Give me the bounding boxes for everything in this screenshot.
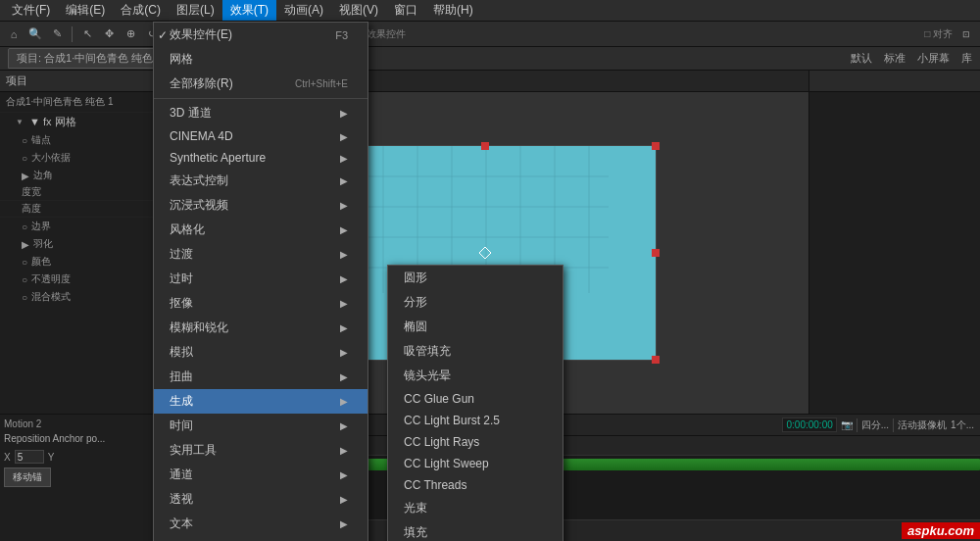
tab-default[interactable]: 默认	[851, 51, 872, 66]
feather-icon: ▶	[22, 239, 29, 250]
menu-remove-all[interactable]: 全部移除(R) Ctrl+Shift+E	[154, 72, 368, 96]
prop-color: ○ 颜色	[0, 253, 161, 270]
menu-help[interactable]: 帮助(H)	[425, 0, 481, 21]
text-label: 文本	[170, 516, 193, 532]
fill-label: 填充	[404, 524, 427, 541]
tree-root[interactable]: ▼ ▼ fx 网格	[0, 113, 161, 131]
project-tab[interactable]: 项目: 合成1·中间色青色 纯色 1	[8, 48, 172, 69]
menu-anim[interactable]: 动画(A)	[276, 0, 331, 21]
camera-icon[interactable]: 📷	[841, 419, 853, 430]
breadcrumb: 合成1·中间色青色 纯色 1	[0, 92, 161, 113]
menu-cc-threads[interactable]: CC Threads	[388, 474, 563, 496]
menu-cc-light-sweep[interactable]: CC Light Sweep	[388, 453, 563, 474]
channel-label: 通道	[170, 467, 193, 483]
menu-immersive[interactable]: 沉浸式视频 ▶	[154, 193, 368, 218]
zoom-icon[interactable]: ⊕	[121, 25, 140, 44]
menu-ellipse[interactable]: 椭圆	[388, 315, 563, 339]
menu-beam[interactable]: 光束	[388, 496, 563, 520]
home-icon[interactable]: ⌂	[4, 25, 24, 44]
menu-fractal[interactable]: 分形	[388, 290, 563, 315]
search-icon[interactable]: 🔍	[25, 25, 45, 44]
tab-small-screen[interactable]: 小屏幕	[917, 51, 950, 66]
menu-key[interactable]: 抠像 ▶	[154, 291, 368, 316]
menu-transition[interactable]: 过渡 ▶	[154, 242, 368, 267]
generate-submenu-popup[interactable]: 圆形 分形 椭圆 吸管填充 镜头光晕 CC Glue Gun CC Light …	[387, 265, 564, 541]
menu-blur[interactable]: 模糊和锐化 ▶	[154, 316, 368, 340]
pen-icon[interactable]: ✎	[47, 25, 67, 44]
menu-perspective[interactable]: 透视 ▶	[154, 487, 368, 512]
menu-obsolete[interactable]: 过时 ▶	[154, 267, 368, 291]
menu-expr[interactable]: 表达式控制 ▶	[154, 169, 368, 193]
prop-width: 度宽	[0, 184, 161, 201]
menu-style[interactable]: 风格化 ▶	[154, 218, 368, 242]
menu-generate[interactable]: 生成 ▶	[154, 389, 368, 414]
cc-light-rays-label: CC Light Rays	[404, 435, 479, 449]
menu-grid-item[interactable]: 网格	[154, 47, 368, 72]
tab-library[interactable]: 库	[961, 51, 972, 66]
prop-blend: ○ 混合模式	[0, 288, 161, 306]
menu-effects[interactable]: 效果(T)	[222, 0, 276, 21]
select-icon[interactable]: ↖	[77, 25, 97, 44]
menu-channel[interactable]: 通道 ▶	[154, 463, 368, 487]
right-tabs: 默认 标准 小屏幕 库	[851, 51, 972, 66]
prop-blend-label: 混合模式	[31, 290, 71, 304]
prop-opacity-label: 不透明度	[31, 272, 71, 286]
prop-border: ○ 边界	[0, 218, 161, 235]
expr-arrow: ▶	[340, 175, 348, 186]
move-anchor-btn[interactable]: 移动锚	[4, 467, 51, 487]
menu-layer[interactable]: 图层(L)	[169, 0, 222, 21]
handle-mr[interactable]	[652, 249, 660, 257]
effects-menu-popup[interactable]: 效果控件(E) F3 网格 全部移除(R) Ctrl+Shift+E 3D 通道…	[153, 22, 368, 541]
synth-arrow: ▶	[340, 153, 348, 164]
menu-file[interactable]: 文件(F)	[4, 0, 58, 21]
c4d-label: CINEMA 4D	[170, 129, 233, 143]
fractal-label: 分形	[404, 294, 427, 311]
x-input[interactable]	[15, 450, 44, 464]
handle-tr[interactable]	[652, 142, 660, 150]
menu-sim[interactable]: 模拟 ▶	[154, 340, 368, 365]
menu-cc-light-burst[interactable]: CC Light Burst 2.5	[388, 410, 563, 431]
lens-flare-label: 镜头光晕	[404, 368, 451, 384]
eyedropper-label: 吸管填充	[404, 343, 451, 360]
generate-label: 生成	[170, 393, 193, 410]
project-label: 项目	[6, 74, 27, 88]
move-icon[interactable]: ✥	[99, 25, 119, 44]
menu-distort[interactable]: 扭曲 ▶	[154, 365, 368, 389]
menu-comp[interactable]: 合成(C)	[113, 0, 169, 21]
menu-window[interactable]: 窗口	[386, 0, 425, 21]
handle-mt[interactable]	[481, 142, 489, 150]
menu-effects-ctrl[interactable]: 效果控件(E) F3	[154, 23, 368, 47]
menu-circle[interactable]: 圆形	[388, 266, 563, 290]
timecode-display: 0:00:00:00	[782, 418, 836, 432]
menu-c4d[interactable]: CINEMA 4D ▶	[154, 125, 368, 147]
generate-arrow: ▶	[340, 396, 348, 407]
menu-fill[interactable]: 填充	[388, 520, 563, 541]
cc-light-burst-label: CC Light Burst 2.5	[404, 414, 500, 427]
menu-synth[interactable]: Synthetic Aperture ▶	[154, 147, 368, 169]
prop-opacity: ○ 不透明度	[0, 270, 161, 288]
menu-utility[interactable]: 实用工具 ▶	[154, 438, 368, 463]
xy-row: X Y	[4, 450, 157, 464]
menu-color[interactable]: 颜色校正 ▶	[154, 536, 368, 541]
menu-text[interactable]: 文本 ▶	[154, 512, 368, 536]
obsolete-arrow: ▶	[340, 273, 348, 284]
menu-3d[interactable]: 3D 通道 ▶	[154, 101, 368, 125]
transform-icon[interactable]: ⊡	[956, 25, 976, 44]
handle-br[interactable]	[652, 356, 660, 364]
menu-lens-flare[interactable]: 镜头光晕	[388, 364, 563, 388]
expr-label: 表达式控制	[170, 172, 228, 189]
time-label: 时间	[170, 418, 193, 434]
prop-corner-label: 边角	[33, 169, 53, 182]
menu-eyedropper[interactable]: 吸管填充	[388, 339, 563, 364]
menu-cc-light-rays[interactable]: CC Light Rays	[388, 431, 563, 453]
menu-edit[interactable]: 编辑(E)	[58, 0, 113, 21]
center-handle[interactable]	[479, 247, 491, 259]
menu-view[interactable]: 视图(V)	[331, 0, 386, 21]
grid-label: 网格	[170, 51, 193, 68]
breadcrumb-bar: 项目: 合成1·中间色青色 纯色 1 默认 标准 小屏幕 库	[0, 47, 980, 71]
watermark: aspku.com	[902, 522, 980, 539]
menu-cc-glue-gun[interactable]: CC Glue Gun	[388, 388, 563, 410]
tab-standard[interactable]: 标准	[884, 51, 906, 66]
menu-time[interactable]: 时间 ▶	[154, 414, 368, 438]
cc-glue-gun-label: CC Glue Gun	[404, 392, 474, 406]
